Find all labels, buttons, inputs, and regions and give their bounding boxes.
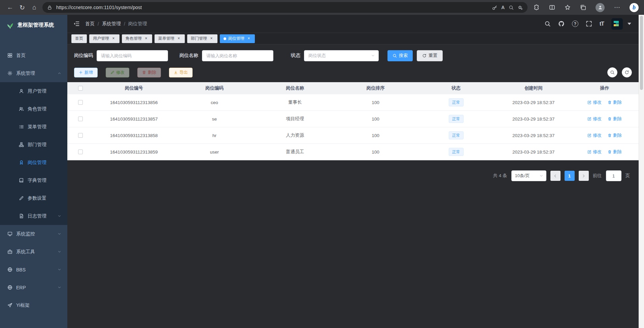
- export-button[interactable]: 导出: [169, 68, 193, 77]
- goto-page-input[interactable]: [606, 170, 621, 181]
- tab-close-icon[interactable]: ×: [176, 36, 181, 41]
- caret-down-icon[interactable]: [626, 21, 633, 27]
- dashboard-icon: [7, 53, 12, 58]
- password-key-icon[interactable]: [492, 5, 497, 10]
- sidebar-toggle-icon[interactable]: [73, 21, 80, 27]
- tab-dept-mgmt[interactable]: 部门管理 ×: [187, 34, 217, 43]
- user-avatar[interactable]: [611, 18, 623, 30]
- select-all-checkbox[interactable]: [78, 86, 83, 91]
- browser-home-button[interactable]: ⌂: [28, 1, 40, 13]
- row-delete-label: 删除: [613, 116, 622, 122]
- cell-created-time: 2023-03-29 18:52:37: [496, 150, 571, 155]
- next-page-button[interactable]: [579, 171, 589, 181]
- tab-menu-mgmt[interactable]: 菜单管理 ×: [155, 34, 185, 43]
- sidebar-item-label: 日志管理: [28, 213, 46, 219]
- reset-button[interactable]: 重置: [417, 50, 443, 61]
- browser-back-button[interactable]: ←: [4, 1, 16, 13]
- current-page-button[interactable]: 1: [565, 171, 575, 181]
- post-code-input[interactable]: [97, 50, 168, 61]
- sidebar-item-dict-mgmt[interactable]: 字典管理: [0, 171, 67, 189]
- person-icon: [598, 5, 603, 10]
- add-button[interactable]: 新增: [74, 68, 98, 77]
- hide-search-button[interactable]: [607, 67, 617, 77]
- browser-refresh-button[interactable]: ↻: [16, 1, 28, 13]
- browser-scrollbar[interactable]: [639, 15, 644, 328]
- zoom-indicator-icon[interactable]: [509, 5, 514, 10]
- sidebar-item-post-mgmt[interactable]: 岗位管理: [0, 154, 67, 171]
- bing-copilot-icon[interactable]: b: [630, 3, 639, 12]
- trash-icon: [608, 117, 612, 121]
- sidebar-item-yi-framework[interactable]: Yi框架: [0, 296, 67, 314]
- tab-close-icon[interactable]: ×: [111, 36, 116, 41]
- sidebar-item-system[interactable]: 系统管理: [0, 64, 67, 82]
- sidebar-item-tools[interactable]: 系统工具: [0, 243, 67, 261]
- favorites-icon[interactable]: [565, 4, 571, 10]
- row-delete-button[interactable]: 删除: [608, 99, 622, 105]
- row-delete-label: 删除: [613, 149, 622, 155]
- page-size-select[interactable]: 10条/页: [511, 170, 546, 181]
- tab-home[interactable]: 首页: [71, 34, 87, 43]
- row-checkbox[interactable]: [78, 150, 83, 154]
- row-edit-button[interactable]: 修改: [587, 99, 602, 105]
- row-checkbox[interactable]: [78, 133, 83, 138]
- browser-menu-icon[interactable]: ⋯: [614, 1, 620, 13]
- row-edit-button[interactable]: 修改: [587, 116, 602, 122]
- tab-post-mgmt[interactable]: 岗位管理 ×: [220, 34, 255, 43]
- font-size-icon[interactable]: tT: [600, 21, 604, 27]
- chevron-down-icon: [58, 286, 61, 289]
- delete-button[interactable]: 删除: [137, 68, 161, 77]
- split-screen-icon[interactable]: [549, 4, 555, 10]
- github-icon[interactable]: [558, 21, 565, 27]
- sidebar-item-user-mgmt[interactable]: 用户管理: [0, 82, 67, 100]
- sidebar-item-monitor[interactable]: 系统监控: [0, 225, 67, 243]
- refresh-icon: [624, 70, 629, 75]
- plus-icon: [79, 70, 83, 74]
- url-text[interactable]: https://ccnetcore.com:1101/system/post: [56, 5, 488, 10]
- status-select[interactable]: 岗位状态: [304, 50, 379, 61]
- breadcrumb-separator: /: [98, 21, 99, 27]
- row-edit-label: 修改: [593, 132, 602, 138]
- address-bar[interactable]: https://ccnetcore.com:1101/system/post A: [42, 2, 528, 13]
- prev-page-button[interactable]: [550, 171, 561, 181]
- row-edit-button[interactable]: 修改: [587, 132, 602, 138]
- edit-button[interactable]: 修改: [106, 68, 129, 77]
- search-icon[interactable]: [544, 21, 551, 27]
- sidebar-item-dept-mgmt[interactable]: 部门管理: [0, 136, 67, 154]
- sidebar-item-bbs[interactable]: BBS: [0, 261, 67, 278]
- tab-user-mgmt[interactable]: 用户管理 ×: [89, 34, 120, 43]
- sidebar-item-home[interactable]: 首页: [0, 46, 67, 64]
- browser-profile-avatar[interactable]: [596, 3, 605, 12]
- row-edit-button[interactable]: 修改: [587, 149, 602, 155]
- extensions-icon[interactable]: [534, 4, 540, 10]
- row-checkbox[interactable]: [78, 117, 83, 121]
- sidebar-item-menu-mgmt[interactable]: 菜单管理: [0, 118, 67, 136]
- post-name-input[interactable]: [202, 50, 273, 61]
- read-aloud-icon[interactable]: A: [501, 5, 505, 10]
- sidebar-item-log-mgmt[interactable]: 日志管理: [0, 207, 67, 225]
- sidebar-item-role-mgmt[interactable]: 角色管理: [0, 100, 67, 118]
- scrollbar-thumb[interactable]: [640, 16, 643, 90]
- sidebar-item-label: ERP: [16, 285, 26, 290]
- breadcrumb-item-home[interactable]: 首页: [85, 21, 95, 27]
- row-delete-button[interactable]: 删除: [608, 116, 622, 122]
- row-delete-label: 删除: [613, 99, 622, 105]
- sidebar-item-param-settings[interactable]: 参数设置: [0, 189, 67, 207]
- refresh-table-button[interactable]: [622, 67, 632, 77]
- collections-icon[interactable]: [580, 4, 586, 10]
- top-navbar: 首页 / 系统管理 / 岗位管理 ? tT: [67, 15, 639, 33]
- tab-role-mgmt[interactable]: 角色管理 ×: [122, 34, 152, 43]
- tab-close-icon[interactable]: ×: [144, 36, 148, 41]
- sidebar-item-erp[interactable]: ERP: [0, 278, 67, 296]
- row-delete-button[interactable]: 删除: [608, 132, 622, 138]
- app-logo[interactable]: 意框架管理系统: [0, 15, 67, 35]
- search-button[interactable]: 搜索: [387, 50, 413, 61]
- breadcrumb-item-system[interactable]: 系统管理: [102, 21, 121, 27]
- help-icon[interactable]: ?: [572, 21, 578, 27]
- tab-close-icon[interactable]: ×: [246, 36, 251, 41]
- tab-close-icon[interactable]: ×: [209, 36, 214, 41]
- add-favorite-icon[interactable]: [518, 5, 523, 10]
- row-checkbox[interactable]: [78, 100, 83, 105]
- row-delete-button[interactable]: 删除: [608, 149, 622, 155]
- fullscreen-icon[interactable]: [586, 21, 592, 27]
- cell-created-time: 2023-03-29 18:52:37: [496, 117, 571, 122]
